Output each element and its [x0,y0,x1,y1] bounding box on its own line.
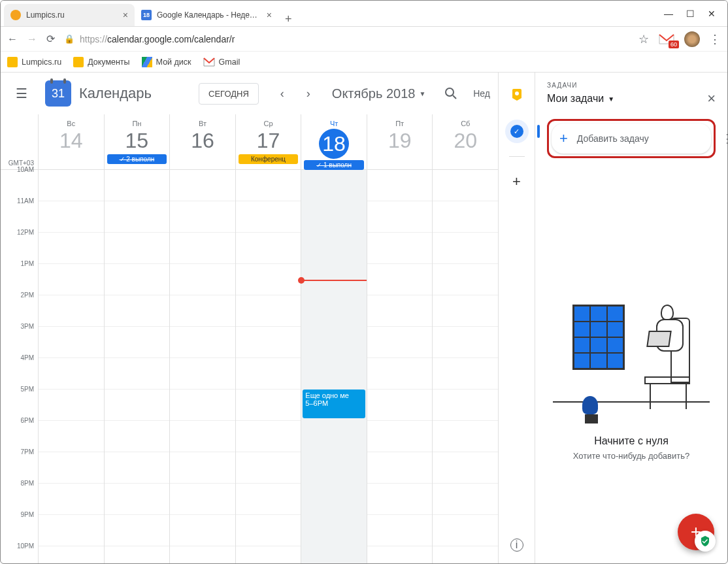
new-tab-button[interactable]: + [278,12,299,26]
calendar-logo: 31 [45,80,71,107]
day-column[interactable] [105,170,171,563]
day-number: 15 [105,129,170,153]
time-label: 6PM [1,417,38,448]
next-week-button[interactable]: › [298,83,319,104]
main-menu-button[interactable]: ☰ [6,78,37,109]
empty-state-subtitle: Хотите что-нибудь добавить? [573,451,689,461]
day-of-week: Вс [39,120,104,127]
day-header[interactable]: Пн15✓ 2 выполн [105,114,171,169]
time-label: 4PM [1,354,38,386]
calendar-event[interactable]: Еще одно ме5–6PM [303,390,365,418]
browser-menu-icon[interactable]: ⋮ [709,32,721,46]
time-label: 11AM [1,197,38,229]
day-number: 16 [170,129,235,153]
bookmark-gmail[interactable]: Gmail [203,58,240,67]
day-header[interactable]: Вт16 [170,114,236,169]
day-column[interactable] [367,170,433,563]
tab-close-icon[interactable]: × [123,10,128,20]
plus-icon: + [512,173,521,190]
tasks-list-selector[interactable]: Мои задачи▼ [547,93,614,105]
day-of-week: Чт [301,120,367,127]
all-day-event-chip[interactable]: ✓ 2 выполн [107,154,167,164]
gmail-badge: 60 [669,41,679,48]
time-label: 1PM [1,260,38,291]
day-column[interactable]: Еще одно ме5–6PM [301,170,367,563]
folder-icon [7,57,18,67]
back-button[interactable]: ← [7,33,18,45]
day-header[interactable]: Сб20 [433,114,498,169]
folder-icon [73,57,84,67]
day-of-week: Вт [170,120,235,127]
time-label: 3PM [1,323,38,354]
day-header[interactable]: Ср17Конференц [236,114,302,169]
svg-point-2 [515,91,519,95]
day-number: 14 [39,129,104,153]
day-header[interactable]: Вс14 [39,114,105,169]
search-button[interactable] [444,87,457,100]
browser-titlebar: Lumpics.ru × 18 Google Календарь - Недел… [1,1,727,27]
day-number: 17 [236,129,301,153]
time-label: 8PM [1,480,38,511]
now-indicator [301,280,367,281]
browser-tab-1[interactable]: Lumpics.ru × [4,4,135,26]
view-selector[interactable]: Нед [473,88,490,99]
lock-icon: 🔒 [64,34,74,44]
info-button[interactable]: i [510,539,523,552]
gmail-icon [203,58,215,67]
prev-week-button[interactable]: ‹ [272,83,293,104]
day-of-week: Пт [367,120,433,127]
day-of-week: Ср [236,120,301,127]
tasks-panel: ЗАДАЧИ Мои задачи▼ × + Добавить задачу ⋮ [535,73,727,563]
forward-button[interactable]: → [27,33,37,45]
day-column[interactable] [39,170,105,563]
app-title: Календарь [79,85,152,102]
all-day-event-chip[interactable]: ✓ 1 выполн [304,160,364,170]
maximize-button[interactable]: ☐ [686,8,695,19]
add-task-button[interactable]: + Добавить задачу [552,124,711,154]
drive-icon [142,57,152,67]
bookmarks-bar: Lumpics.ru Документы Мой диск Gmail [1,52,727,73]
side-panel-rail: ✓ + i [499,73,535,563]
month-selector[interactable]: Октябрь 2018▼ [332,86,425,101]
time-label: 12PM [1,229,38,260]
add-task-highlight: + Добавить задачу ⋮ [547,119,716,158]
security-badge-icon[interactable] [695,531,716,552]
tasks-button[interactable]: ✓ [505,120,529,143]
day-header[interactable]: Чт18✓ 1 выполн [301,114,367,169]
url-input[interactable]: 🔒 https://calendar.google.com/calendar/r [64,34,629,44]
time-label: 10PM [1,542,38,563]
favicon: 18 [141,10,152,20]
plus-icon: + [559,130,568,147]
minimize-button[interactable]: — [664,8,673,19]
timezone-label: GMT+03 [1,114,38,170]
bookmark-documents[interactable]: Документы [73,57,129,67]
tab-close-icon[interactable]: × [267,10,272,20]
day-column[interactable] [236,170,302,563]
gmail-extension-icon[interactable]: 60 [658,33,675,46]
day-of-week: Пн [105,120,170,127]
bookmark-drive[interactable]: Мой диск [142,57,191,67]
all-day-event-chip[interactable]: Конференц [239,154,299,164]
browser-tab-2[interactable]: 18 Google Календарь - Неделя: 14 × [135,4,278,26]
bookmark-lumpics[interactable]: Lumpics.ru [7,57,61,67]
add-addon-button[interactable]: + [505,170,529,193]
reload-button[interactable]: ⟳ [46,33,55,45]
day-of-week: Сб [433,120,498,127]
today-button[interactable]: СЕГОДНЯ [199,83,259,105]
time-label: 7PM [1,448,38,480]
favicon [10,10,21,20]
calendar-toolbar: ☰ 31 Календарь СЕГОДНЯ ‹ › Октябрь 2018▼… [1,73,498,114]
bookmark-star-icon[interactable]: ☆ [638,32,649,46]
tasks-more-button[interactable]: ⋮ [721,131,727,146]
keep-button[interactable] [505,83,529,107]
empty-state-illustration [566,291,697,422]
tab-title: Lumpics.ru [26,10,118,20]
day-column[interactable] [170,170,236,563]
profile-avatar[interactable] [684,31,700,47]
day-column[interactable] [433,170,498,563]
close-button[interactable]: ✕ [708,8,716,19]
close-panel-button[interactable]: × [707,90,716,107]
day-header[interactable]: Пт19 [367,114,433,169]
chevron-down-icon: ▼ [608,95,614,103]
empty-state-title: Начните с нуля [594,435,669,447]
